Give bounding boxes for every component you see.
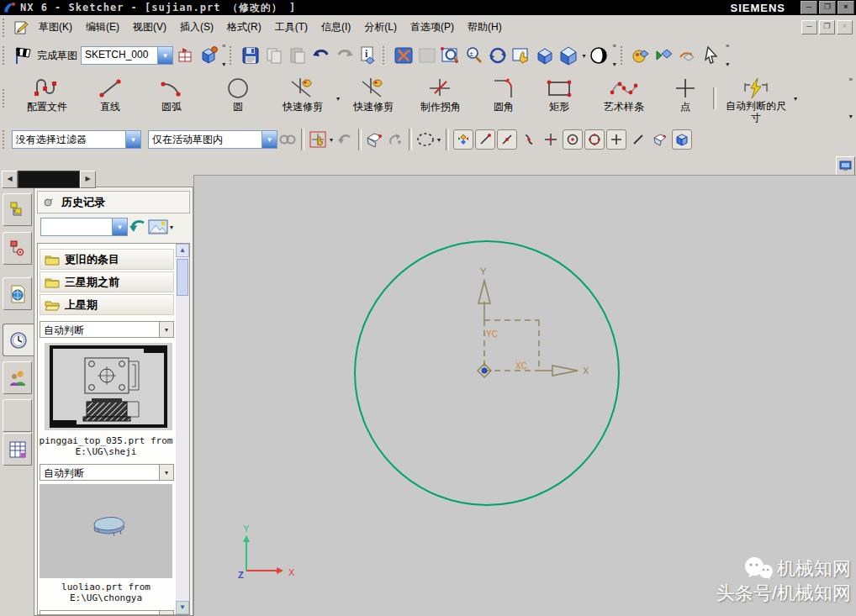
card-filter-combobox[interactable]: 自动判断 ▾ xyxy=(40,321,174,338)
inferred-dimensions-caret[interactable]: ▾ xyxy=(794,95,797,103)
refresh-facets-button[interactable] xyxy=(677,44,700,67)
doc-close-button[interactable]: × xyxy=(837,20,853,34)
quick-trim-caret[interactable]: ▾ xyxy=(336,95,340,103)
finish-toolbar-handle[interactable] xyxy=(3,46,8,65)
snap-point-toggle[interactable] xyxy=(606,129,626,150)
panel-pin-icon[interactable] xyxy=(43,197,55,208)
card-filter-combobox[interactable]: 自动判断 ▾ xyxy=(40,464,174,481)
start-visualization-button[interactable] xyxy=(653,44,677,67)
snap-arc-center-toggle[interactable] xyxy=(563,129,583,150)
tab-scroll-left-button[interactable]: ◀ xyxy=(2,171,18,188)
save-button[interactable] xyxy=(239,44,262,67)
menubar-drag-handle[interactable] xyxy=(3,18,8,37)
tool-quick-trim[interactable]: 快速修剪 xyxy=(271,73,335,124)
history-folder-older[interactable]: 更旧的条目 xyxy=(40,249,174,270)
view-toolbar-overflow[interactable]: »▾ xyxy=(612,43,616,68)
snap-point-button[interactable] xyxy=(308,129,328,150)
finish-toolbar-overflow[interactable]: »▾ xyxy=(222,43,225,68)
sketch-name-dropdown-icon[interactable]: ▼ xyxy=(157,47,172,64)
true-shading-button[interactable] xyxy=(630,44,653,67)
selection-bar-handle[interactable] xyxy=(3,130,8,149)
snap-intersection-toggle[interactable] xyxy=(541,129,561,150)
window-restore-button[interactable]: ❐ xyxy=(819,1,836,14)
snap-point-on-line-toggle[interactable] xyxy=(628,129,648,150)
history-search-combobox[interactable]: ▼ xyxy=(40,218,128,236)
rotate-view-button[interactable] xyxy=(486,44,510,67)
history-thumbnail-luoliao[interactable] xyxy=(40,484,172,578)
orient-view-to-sketch-button[interactable] xyxy=(197,44,220,67)
scroll-up-button[interactable]: ▲ xyxy=(176,244,189,257)
zoom-window-button[interactable] xyxy=(439,44,462,67)
tab-scroll-right-button[interactable]: ▶ xyxy=(80,171,96,188)
fullscreen-button[interactable] xyxy=(836,156,855,176)
face-finder-button[interactable] xyxy=(365,129,385,150)
graphics-window[interactable]: Y X YC XC Y X Z xyxy=(193,175,856,616)
shaded-view-caret[interactable]: ▾ xyxy=(582,52,585,60)
tool-profile[interactable]: 配置文件 xyxy=(12,73,82,124)
menu-sketch[interactable]: 草图(K) xyxy=(32,18,79,37)
tool-circle[interactable]: 圆 xyxy=(205,73,271,124)
sketch-name-combobox[interactable]: SKETCH_000 ▼ xyxy=(81,46,173,65)
snap-on-curve-toggle[interactable] xyxy=(519,129,539,150)
menu-insert[interactable]: 插入(S) xyxy=(173,18,220,37)
snap-quadrant-toggle[interactable] xyxy=(584,129,605,150)
assembly-navigator-tab[interactable] xyxy=(3,193,32,226)
card-filter-dropdown-icon[interactable]: ▾ xyxy=(159,611,173,615)
doc-restore-button[interactable]: ❐ xyxy=(819,20,835,34)
menu-view[interactable]: 视图(V) xyxy=(126,18,173,37)
tool-fillet[interactable]: 圆角 xyxy=(476,73,531,124)
history-folder-last-week[interactable]: 上星期 xyxy=(40,294,174,315)
menu-format[interactable]: 格式(R) xyxy=(220,18,268,37)
display-mode-button[interactable] xyxy=(587,44,610,67)
blank-resource-tab[interactable] xyxy=(3,399,32,432)
history-folder-three-weeks[interactable]: 三星期之前 xyxy=(40,271,174,292)
solid-body-toggle[interactable] xyxy=(672,129,692,150)
menu-analysis[interactable]: 分析(L) xyxy=(357,18,404,37)
selection-filter-dropdown-icon[interactable]: ▼ xyxy=(125,131,140,148)
lasso-caret[interactable]: ▾ xyxy=(437,136,441,144)
finish-sketch-button[interactable]: 完成草图 xyxy=(37,49,77,63)
history-back-button[interactable] xyxy=(128,217,148,237)
tool-inferred-dimensions[interactable]: 自动判断的尺寸 xyxy=(720,73,792,124)
sketch-tools-overflow[interactable]: »▾ xyxy=(849,76,853,120)
menu-information[interactable]: 信息(I) xyxy=(314,18,357,37)
snap-point-caret[interactable]: ▾ xyxy=(330,136,333,144)
menu-tools[interactable]: 工具(T) xyxy=(268,18,314,37)
selection-scope-combobox[interactable]: 仅在活动草图内 ▼ xyxy=(148,130,277,149)
selection-filter-combobox[interactable]: 没有选择过滤器 ▼ xyxy=(12,130,141,149)
snap-endpoint-toggle[interactable] xyxy=(475,129,495,150)
tool-quick-trim-2[interactable]: 快速修剪 xyxy=(341,73,405,124)
role-toolbar-overflow[interactable]: »▾ xyxy=(726,43,729,68)
window-close-button[interactable]: × xyxy=(838,1,854,14)
lasso-button[interactable] xyxy=(415,129,436,150)
collaboration-tab[interactable] xyxy=(3,361,32,394)
history-scrollbar[interactable]: ▲ ▼ xyxy=(176,244,189,614)
history-thumbnail-pinggai[interactable] xyxy=(45,343,172,430)
doc-minimize-button[interactable]: ─ xyxy=(801,20,817,34)
preview-style-button[interactable] xyxy=(148,217,168,237)
perspective-view-button[interactable] xyxy=(533,44,557,67)
tool-arc[interactable]: 圆弧 xyxy=(138,73,205,124)
selection-scope-dropdown-icon[interactable]: ▼ xyxy=(262,131,277,148)
tool-line[interactable]: 直线 xyxy=(82,73,138,124)
zoom-in-out-button[interactable]: ± xyxy=(462,44,486,67)
tool-studio-spline[interactable]: 艺术样条 xyxy=(587,73,661,124)
tool-rectangle[interactable]: 矩形 xyxy=(531,73,587,124)
window-minimize-button[interactable]: ─ xyxy=(801,1,817,14)
card-filter-combobox[interactable]: 自动判断 ▾ xyxy=(40,610,174,615)
menu-edit[interactable]: 编辑(E) xyxy=(79,18,126,37)
select-tool-button[interactable] xyxy=(700,44,724,67)
std-toolbar-handle[interactable] xyxy=(230,46,235,65)
snap-enable-toggle[interactable] xyxy=(453,129,473,150)
role-toolbar-handle[interactable] xyxy=(621,46,626,65)
web-browser-tab[interactable] xyxy=(3,277,32,310)
shaded-view-button[interactable] xyxy=(557,44,580,67)
reattach-sketch-button[interactable] xyxy=(173,44,197,67)
history-search-dropdown-icon[interactable]: ▼ xyxy=(112,218,127,235)
sketch-origin-point[interactable] xyxy=(482,368,487,373)
menu-preferences[interactable]: 首选项(P) xyxy=(404,18,461,37)
undo-button[interactable] xyxy=(309,44,333,67)
tool-point[interactable]: 点 xyxy=(661,73,710,124)
fit-view-button[interactable] xyxy=(392,44,415,67)
card-filter-dropdown-icon[interactable]: ▾ xyxy=(159,322,173,337)
